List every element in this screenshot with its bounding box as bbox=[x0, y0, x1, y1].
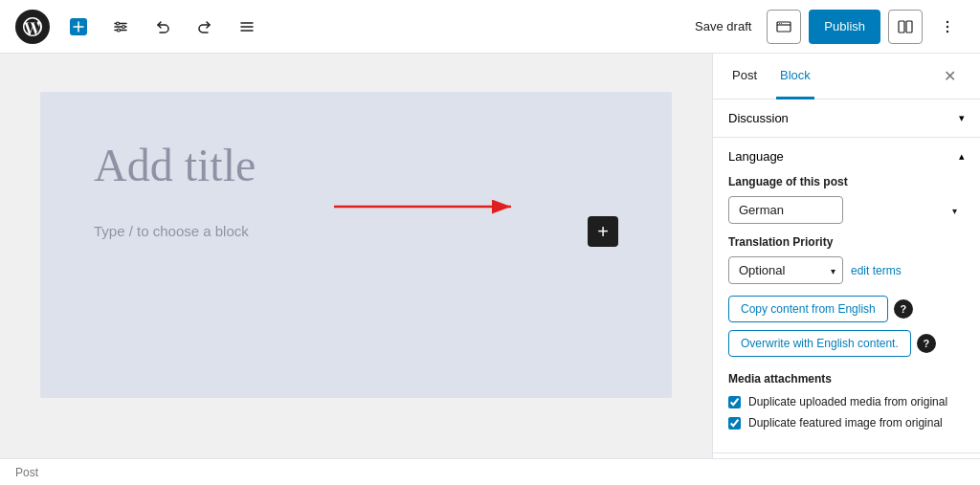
checkbox-duplicate-media-row: Duplicate uploaded media from original bbox=[728, 395, 965, 408]
copy-content-row: Copy content from English ? bbox=[728, 296, 965, 322]
language-section-label: Language bbox=[728, 149, 784, 164]
checkbox-duplicate-featured[interactable] bbox=[728, 417, 741, 430]
svg-point-1 bbox=[117, 22, 120, 25]
tools-icon bbox=[112, 18, 129, 35]
wp-logo[interactable] bbox=[15, 10, 50, 44]
translation-priority-row: Optional High Medium Low ▾ edit terms bbox=[728, 256, 965, 284]
svg-point-5 bbox=[779, 23, 780, 24]
sidebar: Post Block ✕ Discussion ▾ Language ▴ Lan… bbox=[712, 54, 980, 458]
editor-canvas[interactable]: Add title Type / to choose a block + bbox=[0, 54, 712, 458]
overwrite-row: Overwrite with English content. ? bbox=[728, 330, 965, 357]
language-section-header[interactable]: Language ▴ bbox=[713, 138, 980, 175]
list-icon bbox=[238, 18, 256, 35]
add-block-inline-button[interactable]: + bbox=[588, 216, 618, 247]
toolbar-right: Save draft Publish bbox=[687, 10, 965, 44]
wp-logo-icon bbox=[23, 17, 42, 36]
svg-point-10 bbox=[947, 25, 948, 27]
translation-priority-select-wrapper: Optional High Medium Low ▾ bbox=[728, 256, 843, 284]
preview-button[interactable] bbox=[767, 10, 801, 44]
overwrite-help-icon[interactable]: ? bbox=[917, 334, 936, 353]
redo-icon bbox=[196, 18, 213, 35]
media-attachments-label: Media attachments bbox=[728, 372, 965, 386]
svg-point-3 bbox=[118, 29, 121, 32]
svg-point-9 bbox=[947, 20, 948, 22]
svg-rect-8 bbox=[906, 21, 912, 33]
settings-button[interactable] bbox=[888, 10, 923, 44]
discussion-section: Discussion ▾ bbox=[713, 99, 980, 138]
toolbar: Save draft Publish bbox=[0, 0, 980, 54]
settings-icon bbox=[898, 19, 913, 34]
language-select-arrow-icon: ▾ bbox=[952, 205, 957, 215]
copy-content-help-icon[interactable]: ? bbox=[894, 299, 913, 319]
tools-button[interactable] bbox=[103, 10, 138, 44]
add-title-placeholder[interactable]: Add title bbox=[94, 138, 618, 193]
discussion-label: Discussion bbox=[728, 111, 789, 125]
sidebar-tabs: Post Block ✕ bbox=[713, 54, 980, 99]
status-bar-label: Post bbox=[15, 466, 38, 479]
language-select-wrapper: German English French Spanish ▾ bbox=[728, 196, 965, 224]
type-block-area: Type / to choose a block + bbox=[94, 216, 618, 247]
more-options-button[interactable] bbox=[930, 10, 965, 44]
language-section: Language ▴ Language of this post German … bbox=[713, 138, 980, 453]
language-of-post-label: Language of this post bbox=[728, 175, 965, 188]
undo-button[interactable] bbox=[145, 10, 180, 44]
svg-point-6 bbox=[781, 23, 782, 24]
publish-button[interactable]: Publish bbox=[809, 10, 880, 44]
translation-priority-select[interactable]: Optional High Medium Low bbox=[728, 256, 843, 284]
plus-icon bbox=[70, 18, 87, 35]
checkbox-duplicate-featured-row: Duplicate featured image from original bbox=[728, 416, 965, 430]
checkbox-duplicate-media[interactable] bbox=[728, 396, 741, 408]
tab-block[interactable]: Block bbox=[776, 54, 814, 99]
overwrite-button[interactable]: Overwrite with English content. bbox=[728, 330, 911, 357]
sidebar-close-button[interactable]: ✕ bbox=[934, 61, 965, 92]
discussion-chevron-down-icon: ▾ bbox=[959, 112, 965, 124]
discussion-section-header[interactable]: Discussion ▾ bbox=[713, 99, 980, 137]
language-select[interactable]: German English French Spanish bbox=[728, 196, 843, 224]
type-block-placeholder: Type / to choose a block bbox=[94, 223, 249, 239]
tab-post[interactable]: Post bbox=[728, 54, 761, 99]
preview-icon bbox=[776, 19, 791, 34]
main-area: Add title Type / to choose a block + Pos… bbox=[0, 54, 980, 458]
svg-point-2 bbox=[122, 25, 125, 28]
save-draft-button[interactable]: Save draft bbox=[687, 10, 759, 44]
edit-terms-link[interactable]: edit terms bbox=[851, 264, 902, 277]
more-options-icon bbox=[939, 18, 956, 35]
checkbox-duplicate-featured-label: Duplicate featured image from original bbox=[748, 416, 943, 430]
add-block-button[interactable] bbox=[61, 10, 96, 44]
redo-button[interactable] bbox=[188, 10, 222, 44]
svg-rect-7 bbox=[899, 21, 904, 33]
language-section-content: Language of this post German English Fre… bbox=[713, 175, 980, 452]
copy-content-button[interactable]: Copy content from English bbox=[728, 296, 888, 322]
language-chevron-up-icon: ▴ bbox=[959, 150, 965, 163]
undo-icon bbox=[154, 18, 171, 35]
translation-priority-label: Translation Priority bbox=[728, 235, 965, 249]
svg-point-11 bbox=[947, 30, 948, 32]
editor-content-area: Add title Type / to choose a block + bbox=[40, 92, 672, 398]
checkbox-duplicate-media-label: Duplicate uploaded media from original bbox=[748, 395, 947, 408]
status-bar: Post bbox=[0, 458, 980, 485]
document-overview-button[interactable] bbox=[230, 10, 264, 44]
